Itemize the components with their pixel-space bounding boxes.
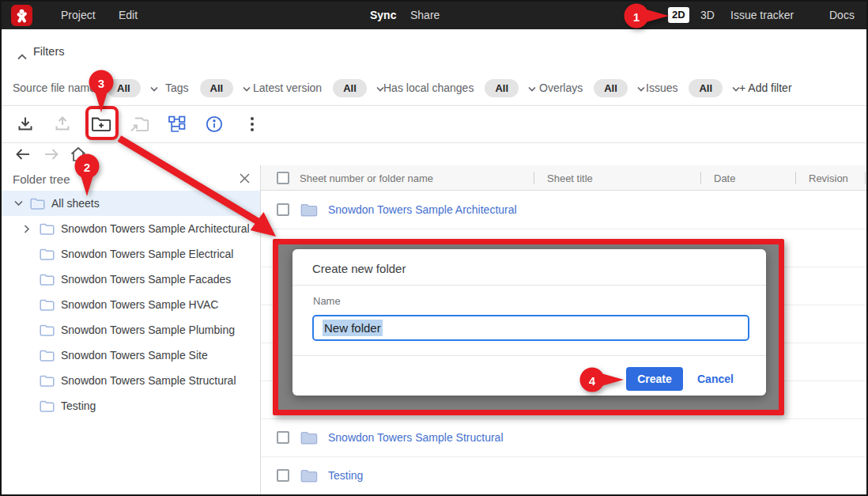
table-header: Sheet number or folder name Sheet title … — [261, 165, 868, 191]
chevron-down-icon[interactable] — [150, 81, 158, 95]
folder-name-input[interactable]: New folder — [312, 315, 749, 341]
column-sheet-number[interactable]: Sheet number or folder name — [300, 172, 433, 184]
filter-value-chip[interactable]: All — [200, 79, 234, 97]
info-icon[interactable] — [204, 114, 225, 134]
folder-link[interactable]: Snowdon Towers Sample Structural — [328, 431, 504, 444]
tree-item-label: Snowdon Towers Sample Architectural — [61, 222, 250, 235]
table-row[interactable]: Snowdon Towers Sample Architectural — [261, 191, 868, 229]
filter-label: Has local changes — [383, 81, 474, 94]
app-window: Project Edit Sync Share 2D 3D Issue trac… — [0, 0, 868, 496]
select-all-checkbox[interactable] — [277, 172, 289, 184]
filter-label: Issues — [646, 81, 677, 94]
filter-label: Source file name — [13, 81, 96, 94]
filter-source-file-name[interactable]: Source file name All — [13, 78, 158, 98]
tree-item-label: Snowdon Towers Sample Structural — [61, 374, 236, 387]
menu-edit[interactable]: Edit — [119, 9, 138, 21]
chevron-down-icon[interactable] — [528, 81, 536, 95]
filter-overlays[interactable]: Overlays All — [539, 78, 645, 98]
tree-item-plumbing[interactable]: Snowdon Towers Sample Plumbing — [2, 317, 260, 343]
column-revision[interactable]: Revision — [809, 172, 848, 184]
filter-tags[interactable]: Tags All — [165, 78, 251, 98]
tree-item-site[interactable]: Snowdon Towers Sample Site — [2, 343, 260, 368]
download-icon[interactable] — [15, 114, 36, 134]
tab-issue-tracker[interactable]: Issue tracker — [730, 9, 794, 21]
divider — [2, 142, 868, 143]
divider — [292, 355, 766, 356]
folder-icon — [40, 223, 55, 235]
filter-label: Latest version — [253, 81, 322, 94]
create-button[interactable]: Create — [626, 367, 683, 391]
name-field-label: Name — [313, 295, 341, 307]
tab-docs[interactable]: Docs — [829, 9, 855, 21]
svg-text:3: 3 — [98, 77, 104, 90]
filters-title[interactable]: Filters — [33, 45, 64, 58]
filter-value-chip[interactable]: All — [689, 79, 723, 97]
upload-icon — [52, 114, 73, 134]
share-button[interactable]: Share — [410, 9, 440, 21]
annotation-step-2: 2 — [74, 153, 100, 198]
divider — [2, 105, 868, 106]
chevron-down-icon[interactable] — [637, 81, 645, 95]
sync-button[interactable]: Sync — [370, 9, 396, 21]
row-divider — [261, 229, 868, 229]
filter-issues[interactable]: Issues All — [646, 78, 740, 98]
tree-item-structural[interactable]: Snowdon Towers Sample Structural — [2, 368, 260, 393]
revizto-logo-icon[interactable] — [11, 5, 32, 26]
svg-text:4: 4 — [589, 374, 596, 388]
filter-has-local-changes[interactable]: Has local changes All — [383, 78, 536, 98]
tree-item-architectural[interactable]: Snowdon Towers Sample Architectural — [2, 216, 260, 241]
table-row[interactable]: Testing — [261, 456, 868, 494]
row-checkbox[interactable] — [277, 203, 289, 216]
folder-icon — [40, 400, 55, 412]
row-checkbox[interactable] — [277, 431, 289, 444]
tree-item-label: Snowdon Towers Sample Plumbing — [61, 324, 235, 336]
create-folder-dialog: Create new folder Name New folder Create… — [292, 249, 766, 396]
column-date[interactable]: Date — [714, 172, 735, 184]
cancel-button[interactable]: Cancel — [697, 367, 734, 391]
column-divider — [700, 172, 701, 184]
tab-3d[interactable]: 3D — [700, 9, 715, 21]
row-divider — [261, 494, 868, 495]
tree-item-testing[interactable]: Testing — [2, 393, 260, 418]
filter-label: Tags — [165, 81, 189, 94]
filter-value-chip[interactable]: All — [333, 79, 367, 97]
folder-icon — [30, 198, 45, 210]
folder-icon — [40, 299, 55, 311]
tree-item-facades[interactable]: Snowdon Towers Sample Facades — [2, 267, 260, 292]
folder-link[interactable]: Snowdon Towers Sample Architectural — [328, 203, 517, 216]
back-icon[interactable] — [14, 146, 32, 163]
folder-icon — [300, 203, 318, 217]
svg-text:2: 2 — [84, 161, 90, 174]
chevron-right-icon[interactable] — [24, 225, 35, 233]
add-filter-button[interactable]: + Add filter — [739, 81, 792, 94]
table-row[interactable]: Snowdon Towers Sample Structural — [261, 418, 868, 456]
column-divider — [865, 172, 866, 184]
column-sheet-title[interactable]: Sheet title — [547, 172, 593, 184]
folder-hierarchy-icon[interactable] — [167, 114, 187, 134]
more-options-kebab-icon[interactable] — [242, 114, 262, 134]
chevron-down-icon[interactable] — [14, 200, 25, 206]
menu-project[interactable]: Project — [61, 9, 96, 21]
tree-item-label: Snowdon Towers Sample HVAC — [61, 298, 218, 311]
annotation-step-4: 4 — [579, 366, 627, 393]
tree-item-electrical[interactable]: Snowdon Towers Sample Electrical — [2, 241, 260, 267]
divider — [292, 285, 766, 286]
folder-link[interactable]: Testing — [328, 469, 363, 482]
folder-tree-panel: Folder tree All sheets Sno — [2, 165, 260, 496]
folder-icon — [40, 248, 55, 260]
folder-icon — [40, 324, 55, 336]
row-checkbox[interactable] — [277, 469, 289, 482]
close-icon[interactable] — [239, 172, 251, 187]
filters-collapse-icon[interactable] — [17, 49, 27, 63]
chevron-down-icon[interactable] — [243, 81, 251, 95]
tree-item-label: Snowdon Towers Sample Site — [61, 349, 208, 362]
folder-icon — [300, 469, 318, 483]
tree-item-hvac[interactable]: Snowdon Towers Sample HVAC — [2, 292, 260, 317]
tree-item-label: Snowdon Towers Sample Facades — [61, 273, 231, 286]
tree-item-all-sheets[interactable]: All sheets — [2, 191, 260, 216]
folder-icon — [40, 350, 55, 362]
annotation-step-1: 1 — [624, 2, 671, 29]
filter-latest-version[interactable]: Latest version All — [253, 78, 384, 98]
filter-value-chip[interactable]: All — [485, 79, 519, 97]
filter-value-chip[interactable]: All — [594, 79, 628, 97]
